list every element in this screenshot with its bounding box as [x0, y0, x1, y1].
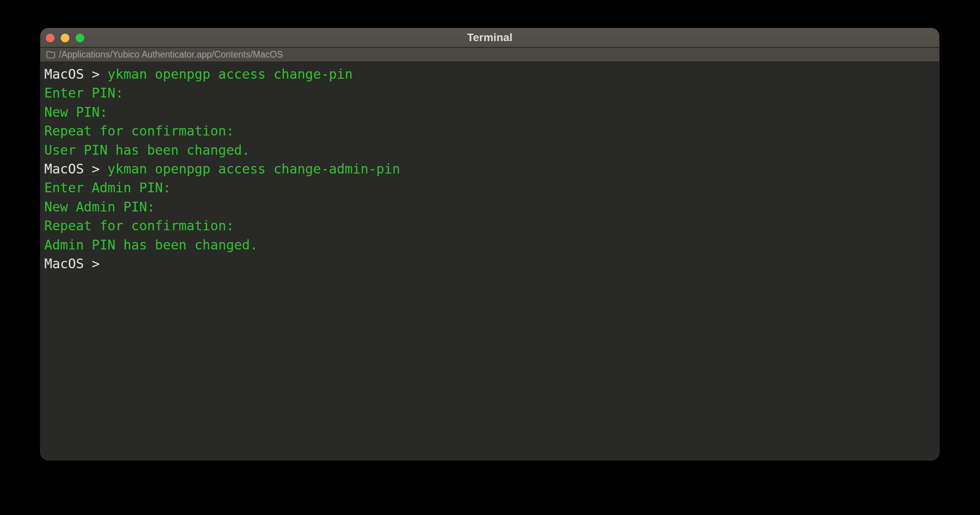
terminal-line: Repeat for confirmation:: [44, 217, 935, 235]
terminal-line: New Admin PIN:: [44, 198, 935, 217]
terminal-text-command: ykman openpgp access change-pin: [107, 67, 352, 82]
terminal-line: MacOS > ykman openpgp access change-admi…: [44, 160, 935, 179]
desktop-background: Terminal /Applications/Yubico Authentica…: [0, 0, 980, 515]
terminal-text-output: Repeat for confirmation:: [44, 123, 234, 139]
titlebar[interactable]: Terminal: [40, 28, 939, 48]
traffic-lights: [46, 28, 84, 48]
terminal-text-output: Enter Admin PIN:: [44, 180, 171, 195]
zoom-button[interactable]: [76, 34, 84, 42]
terminal-content[interactable]: MacOS > ykman openpgp access change-pinE…: [40, 62, 939, 459]
terminal-line: Repeat for confirmation:: [44, 122, 935, 141]
close-button[interactable]: [46, 34, 54, 42]
terminal-line: MacOS > ykman openpgp access change-pin: [44, 65, 935, 84]
terminal-line: MacOS >: [44, 255, 935, 273]
terminal-line: Enter PIN:: [44, 84, 935, 103]
minimize-button[interactable]: [61, 34, 69, 42]
terminal-line: User PIN has been changed.: [44, 141, 935, 160]
terminal-text-output: Enter PIN:: [44, 85, 123, 101]
folder-icon: [46, 51, 55, 58]
working-directory-path: /Applications/Yubico Authenticator.app/C…: [59, 49, 283, 60]
terminal-line: New PIN:: [44, 103, 935, 122]
window-title: Terminal: [467, 31, 512, 44]
terminal-text-command: ykman openpgp access change-admin-pin: [107, 161, 400, 177]
terminal-window: Terminal /Applications/Yubico Authentica…: [40, 28, 939, 460]
terminal-text-prompt: MacOS >: [44, 67, 107, 82]
terminal-text-output: Repeat for confirmation:: [44, 218, 234, 233]
terminal-text-output: Admin PIN has been changed.: [44, 237, 258, 253]
terminal-text-prompt: MacOS >: [44, 161, 107, 177]
terminal-text-prompt: MacOS >: [44, 256, 100, 271]
terminal-text-output: New Admin PIN:: [44, 199, 155, 215]
terminal-line: Enter Admin PIN:: [44, 179, 935, 197]
pathbar-tab[interactable]: /Applications/Yubico Authenticator.app/C…: [40, 48, 939, 62]
terminal-text-output: User PIN has been changed.: [44, 143, 250, 158]
terminal-text-output: New PIN:: [44, 105, 107, 120]
terminal-line: Admin PIN has been changed.: [44, 236, 935, 255]
